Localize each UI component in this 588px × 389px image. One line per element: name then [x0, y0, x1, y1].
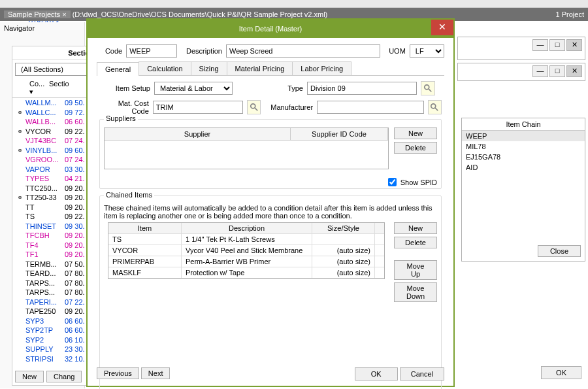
mat-cost-search-button[interactable] [247, 100, 261, 114]
item-setup-label: Item Setup [99, 84, 150, 92]
cancel-button[interactable]: Cancel [400, 367, 444, 381]
background-window-2: — □ ✕ [457, 63, 585, 81]
supplier-new-button[interactable]: New [394, 127, 437, 139]
item-setup-select[interactable]: Material & Labor [154, 82, 233, 95]
uom-select[interactable]: LF [410, 44, 444, 58]
item-chain-list[interactable]: WEEPMIL78EJ15GA78AID [462, 131, 585, 173]
table-row[interactable]: VYCORVycor V40 Peel and Stick Membrane(a… [108, 245, 384, 256]
tab-labor-pricing[interactable]: Labor Pricing [292, 61, 351, 75]
code-input[interactable] [126, 44, 177, 58]
maximize-button[interactable]: □ [549, 65, 565, 77]
supplier-delete-button[interactable]: Delete [394, 142, 437, 154]
uom-label: UOM [384, 47, 406, 55]
description-label: Description [181, 47, 222, 55]
type-input[interactable] [307, 82, 417, 95]
description-input[interactable] [226, 44, 380, 58]
navigator-title: Navigator [0, 22, 84, 34]
ok-button[interactable]: OK [355, 367, 398, 381]
supplier-id-col: Supplier ID Code [291, 128, 388, 140]
minimize-button[interactable]: — [532, 39, 548, 51]
type-label: Type [237, 84, 303, 92]
item-chain-panel: Item Chain WEEPMIL78EJ15GA78AID Close [461, 118, 585, 262]
svg-line-3 [254, 108, 257, 110]
col-section[interactable]: Sectio [49, 80, 69, 96]
list-item[interactable]: AID [462, 162, 585, 173]
mat-cost-input[interactable] [153, 101, 243, 114]
move-down-button[interactable]: Move Down [394, 282, 437, 302]
chained-delete-button[interactable]: Delete [394, 237, 437, 248]
svg-line-5 [435, 108, 438, 110]
show-spid-label: Show SPID [400, 178, 437, 186]
table-row[interactable]: TS1 1/4'' Tek Pt K-Lath Screws [108, 234, 384, 245]
manufacturer-label: Manufacturer [265, 103, 313, 111]
item-chain-title: Item Chain [462, 118, 585, 131]
type-search-button[interactable] [421, 81, 435, 95]
svg-point-4 [431, 104, 436, 109]
show-spid-checkbox[interactable] [388, 178, 397, 186]
dialog-close-button[interactable]: ✕ [431, 20, 453, 35]
tab-calculation[interactable]: Calculation [139, 61, 191, 75]
tab-bar: General Calculation Sizing Material Pric… [97, 61, 444, 76]
chained-items-grid[interactable]: Item Description Size/Style TS1 1/4'' Te… [108, 222, 385, 279]
close-button[interactable]: ✕ [566, 65, 582, 77]
suppliers-title: Suppliers [104, 114, 138, 122]
mat-cost-label: Mat. Cost Code [99, 99, 149, 115]
svg-point-0 [425, 85, 429, 90]
chained-new-button[interactable]: New [394, 222, 437, 234]
background-ok-button[interactable]: OK [541, 366, 581, 379]
dialog-title: Item Detail (Master) [239, 25, 302, 33]
dialog-title-bar: Item Detail (Master) ✕ [88, 20, 453, 38]
project-tab-label[interactable]: Sample Projects × [4, 10, 71, 18]
close-button[interactable]: ✕ [566, 39, 582, 51]
move-up-button[interactable]: Move Up [394, 260, 437, 280]
tab-material-pricing[interactable]: Material Pricing [227, 61, 293, 75]
chained-items-group: Chained Items These chained items will a… [99, 195, 442, 389]
list-item[interactable]: MIL78 [462, 141, 585, 152]
table-row[interactable]: MASKLFProtection w/ Tape(auto size) [108, 267, 384, 279]
col-code[interactable]: Co... ▾ [14, 80, 49, 96]
project-count: 1 Project [556, 10, 584, 18]
section-change-button[interactable]: Chang [46, 371, 82, 382]
tab-sizing[interactable]: Sizing [191, 61, 227, 75]
supplier-col: Supplier [105, 128, 291, 140]
table-row[interactable]: PRIMERPABPerm-A-Barrier WB Primer(auto s… [108, 256, 384, 267]
list-item[interactable]: EJ15GA78 [462, 152, 585, 162]
next-button[interactable]: Next [141, 367, 171, 379]
suppliers-group: Suppliers Supplier Supplier ID Code New … [99, 119, 442, 189]
ci-col-item: Item [108, 223, 182, 233]
app-toolbar [0, 0, 588, 8]
project-path: (D:\dwd_OCS\OneDrive\OCS Documents\Quick… [73, 10, 328, 18]
background-window-1: — □ ✕ [457, 37, 585, 60]
manufacturer-input[interactable] [317, 101, 424, 114]
section-new-button[interactable]: New [15, 371, 44, 382]
tab-general[interactable]: General [97, 62, 139, 76]
item-detail-dialog: Item Detail (Master) ✕ Code Description … [86, 18, 455, 387]
maximize-button[interactable]: □ [549, 39, 565, 51]
suppliers-grid[interactable]: Supplier Supplier ID Code [104, 127, 389, 169]
general-tab-panel: Item Setup Material & Labor Type Mat. Co… [97, 76, 444, 389]
item-chain-close-button[interactable]: Close [538, 245, 581, 257]
ci-col-desc: Description [182, 223, 312, 233]
minimize-button[interactable]: — [532, 65, 548, 77]
ci-col-size: Size/Style [312, 223, 375, 233]
svg-point-2 [250, 104, 255, 109]
chained-description: These chained items will automatically b… [100, 204, 441, 222]
chained-title: Chained Items [104, 191, 154, 199]
previous-button[interactable]: Previous [97, 367, 139, 379]
manufacturer-search-button[interactable] [428, 100, 442, 114]
svg-line-1 [429, 89, 431, 92]
code-label: Code [97, 47, 122, 55]
list-item[interactable]: WEEP [462, 131, 585, 141]
